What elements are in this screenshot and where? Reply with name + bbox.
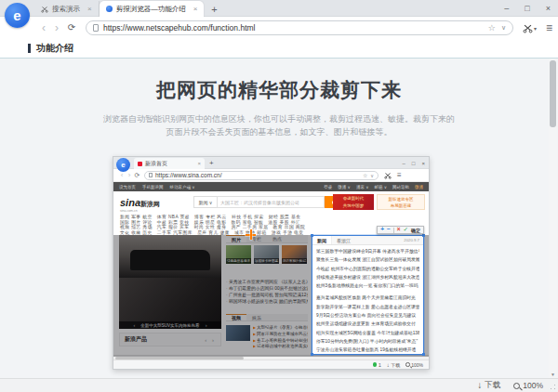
- maximize-button[interactable]: □: [525, 4, 529, 13]
- mini-reload-icon: ⟳: [133, 172, 141, 179]
- sina-topbar-left: 设为首页手机新浪网移动客户端 ∨: [119, 185, 195, 189]
- sina-topbar-link: 移动客户端 ∨: [170, 185, 195, 189]
- mini-address-bar: https://www.sina.com.cn/ ☆ ∨: [144, 171, 379, 180]
- zoom-magnifier-icon: [405, 362, 410, 367]
- clip-news-line: 聚焦长三角一体化发展 浙江自贸试验区如何破局发展: [316, 255, 419, 264]
- zoom-control[interactable]: 100%: [513, 381, 543, 390]
- status-bar: ↓下载 100%: [0, 378, 558, 392]
- forward-button[interactable]: ›: [50, 22, 63, 33]
- zoom-magnifier-icon: [513, 383, 520, 389]
- clip-selection-toolbar: + − × ✓ 确定: [377, 226, 424, 234]
- feature-screenshot: e 新浪首页 × + – □ × ‹ › ⟳ http: [113, 156, 430, 370]
- confirm-check-icon: ✓: [404, 227, 408, 233]
- mini-download: ↓下载: [387, 362, 401, 368]
- clip-date: 2020.9.7: [404, 238, 423, 242]
- mini-back-icon: ‹: [118, 172, 126, 179]
- clip-news-line: 第三届数字中国建设峰会9日开幕 传递高水平开放信号: [316, 247, 419, 255]
- browser-logo-icon: e: [5, 3, 30, 28]
- back-button[interactable]: ‹: [37, 22, 50, 33]
- mini-forward-icon: ›: [126, 172, 133, 179]
- mini-close-tab-icon: ×: [197, 161, 201, 166]
- mini-toolbar-right: ≡: [384, 171, 402, 179]
- mini-toolbar: ‹ › ⟳ https://www.sina.com.cn/ ☆ ∨ ≡: [113, 169, 429, 182]
- download-control[interactable]: ↓下载: [477, 380, 500, 391]
- clip-news-line: 杭州3条新地铁线路走向一览 有你家门口的第一班吗: [316, 281, 419, 290]
- clip-tab-news: 新闻: [312, 236, 332, 244]
- address-dropdown-icon[interactable]: ∨: [501, 24, 506, 32]
- sina-topbar-link: 网站导航: [392, 185, 409, 189]
- titlebar: e 搜索演示 × 剪报浏览器—功能介绍 × + – □ ×: [0, 0, 558, 17]
- bookmark-star-icon[interactable]: ☆: [488, 23, 496, 33]
- download-icon: ↓: [387, 362, 390, 368]
- mini-status-bar: 1 ↓下载 100%: [113, 359, 429, 369]
- clip-news-line: 停车10分钟内免费(附入口) 半小时内时段将成“常态”: [316, 337, 419, 346]
- sina-logo-sub: sina.com.cn: [120, 210, 160, 214]
- clip-news-line: 持续推进美丽乡村建设 浙江湖州乡村风貌迎来大改造: [316, 273, 419, 281]
- confirm-label: 确定: [411, 228, 420, 233]
- clip-news-line: 杭州亚运场馆建设进度更新 主体育场完成验收交付: [316, 320, 419, 328]
- mini-star-icon: ☆: [363, 172, 367, 178]
- clip-tab-zhejiang: 看浙江: [332, 238, 355, 243]
- resize-grip[interactable]: [548, 382, 555, 389]
- clip-news-line: 9月9日公祭活动方案公布 面向社会征集意见与建议: [316, 311, 419, 320]
- new-tab-button[interactable]: +: [204, 1, 224, 17]
- mini-maximize: □: [412, 161, 416, 166]
- green-dot-icon: [373, 362, 378, 367]
- tab-function-intro[interactable]: 剪报浏览器—功能介绍 ×: [100, 1, 205, 17]
- clip-news-line: 今晚起 杭州市中心到富阳的通勤公交车终于全线开通: [316, 265, 419, 273]
- description-line-1: 浏览器自动智能识别网页中的信息区块，你也可以手动调整，裁剪过程迅速、敏捷。裁剪下…: [0, 112, 558, 125]
- clip-news-line: 宁波舟山港集装箱吞吐量创新高 19条航线相继开通: [316, 346, 419, 354]
- sina-topbar-link: 博客 ∨: [356, 185, 369, 189]
- tab-label: 搜索演示: [52, 5, 80, 14]
- menu-icon[interactable]: ≡: [546, 21, 552, 34]
- sina-favicon: [138, 162, 142, 166]
- sina-search-input: [217, 196, 325, 208]
- sina-topbar-link: 手机新浪网: [142, 185, 164, 189]
- sina-topbar-link: 微博 ∨: [338, 185, 351, 189]
- sina-ads: 奋进新时代 共筑中国梦 新版速览专区 布局新基建: [333, 194, 425, 210]
- mini-page-icon: [149, 173, 153, 177]
- selection-handle: [422, 353, 425, 356]
- section-title: 功能介绍: [36, 42, 73, 55]
- download-icon: ↓: [477, 381, 482, 390]
- page-heading: 把网页的精华部分裁剪下来: [0, 77, 558, 103]
- clip-tool-button[interactable]: ▾: [523, 23, 537, 33]
- mini-new-tab-button: +: [209, 159, 214, 167]
- close-tab-icon[interactable]: ×: [87, 5, 92, 13]
- page-description: 浏览器自动智能识别网页中的信息区块，你也可以手动调整，裁剪过程迅速、敏捷。裁剪下…: [0, 112, 558, 138]
- sina-logo-en: sina: [120, 197, 140, 208]
- minimize-button[interactable]: –: [504, 4, 509, 13]
- mini-menu-icon: ≡: [397, 171, 402, 179]
- mini-minimize: –: [403, 161, 405, 166]
- mini-tab-sina: 新浪首页 ×: [134, 158, 205, 169]
- page-favicon: [106, 6, 113, 12]
- scroll-down-arrow[interactable]: ▼: [549, 372, 557, 377]
- clip-news-line: 绍兴实现主城区5G网络全覆盖 今年计划建成基站1380个: [316, 329, 419, 337]
- mini-window-controls: – □ ×: [403, 157, 425, 169]
- mini-titlebar: e 新浪首页 × + – □ ×: [113, 157, 429, 169]
- close-button[interactable]: ×: [546, 4, 551, 13]
- toolbar-right: ▾ ≡: [523, 21, 552, 34]
- close-tab-icon[interactable]: ×: [193, 5, 198, 13]
- sina-topbar-link: 邮箱 ∨: [374, 185, 387, 189]
- sina-logo: sina新浪网 sina.com.cn: [120, 194, 160, 214]
- reload-button[interactable]: ⟳: [65, 23, 78, 33]
- browser-window: e 搜索演示 × 剪报浏览器—功能介绍 × + – □ × ‹ › ⟳: [0, 0, 558, 392]
- sina-topbar-link: 设为首页: [119, 185, 136, 189]
- url-text[interactable]: https://www.netscapehub.com/function.htm…: [103, 23, 488, 33]
- sina-ad-banner: 新版速览专区 布局新基建: [377, 194, 425, 210]
- mini-url-text: https://www.sina.com.cn/: [155, 172, 363, 178]
- mini-clip-tool-icon: [384, 172, 392, 179]
- selection-handle: [311, 353, 313, 356]
- address-bar[interactable]: https://www.netscapehub.com/function.htm…: [86, 20, 513, 35]
- scrollbar-thumb[interactable]: [550, 60, 556, 127]
- mini-close: ×: [421, 161, 425, 166]
- sina-main: ‹ 全新中大型SUV实车内饰抢先看 › 新浪产品 ‹ › 图片专栏热点 绿意盎然…: [113, 235, 429, 357]
- page-scrollbar[interactable]: ▼: [549, 59, 557, 378]
- browser-toolbar: ‹ › ⟳ https://www.netscapehub.com/functi…: [0, 17, 558, 39]
- sina-page: 设为首页手机新浪网移动客户端 ∨ 登录微博 ∨博客 ∨邮箱 ∨网站导航微博 si…: [113, 182, 429, 357]
- clip-panel-tabs: 新闻 看浙江 2020.9.7: [312, 236, 423, 245]
- tab-search-demo[interactable]: 搜索演示 ×: [34, 1, 100, 17]
- mini-caret-icon: ∨: [370, 173, 374, 178]
- clip-news-line: 嘉兴老城风貌街区焕新 两个天井里藏着江南旧时光: [316, 294, 419, 302]
